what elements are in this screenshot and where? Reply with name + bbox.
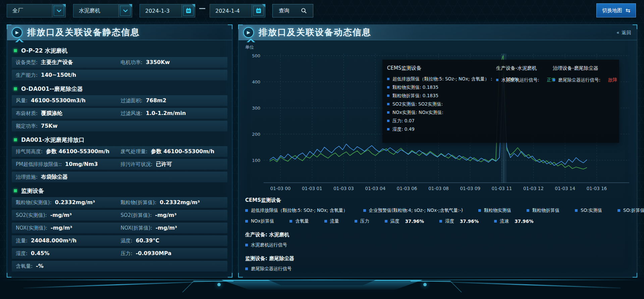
legend-square-icon (363, 209, 366, 212)
legend-item[interactable]: SO:折算值 (618, 207, 644, 214)
legend-square-icon (478, 209, 481, 212)
legend-square-icon (494, 220, 497, 223)
x-axis-tick-label: 01-03 09 (460, 186, 480, 191)
x-axis-tick-label: 01-03 00 (270, 186, 291, 191)
legend-item[interactable]: 水泥磨机运行信号 (245, 242, 631, 248)
info-label: 湿度: (16, 250, 28, 257)
legend-item[interactable]: 企业预警值(颗粒物:4; sOz-; NOx-;含氧气量:-) (363, 207, 463, 214)
legend-item-label: SO:折算值 (623, 207, 644, 214)
dynamic-line-chart[interactable]: 50040030020010001-03 0001-03 0101-03 030… (244, 50, 633, 191)
table-row: 排气筒高度:参数 46100-55300m/h废气处理量:参数 46100-55… (12, 146, 227, 157)
legend-item-label: NOx折算值 (251, 218, 274, 224)
info-label: 额定功率: (16, 123, 38, 129)
play-icon: ▶ (12, 27, 22, 38)
info-value: 主要生产设备 (41, 59, 73, 66)
switch-map-button[interactable]: 切换地图 ⇆ (596, 3, 636, 17)
plant-select-value: 全厂 (7, 7, 52, 14)
info-cell: 温度:60.39°C (121, 237, 223, 244)
x-axis-tick-label: 01-03 03 (333, 186, 354, 191)
table-row: 设备类型:主要生产设备电机功率:3350Kw (12, 57, 227, 68)
section-bullet-icon (14, 87, 17, 91)
legend-item-label: 超低排放限值（颗拉物:5: SOz-; NOx; 含氧量） (251, 207, 348, 214)
info-value: -mg/m³ (155, 212, 176, 218)
info-label: SO2(实测值): (16, 212, 47, 219)
back-link[interactable]: « 返回 (616, 30, 632, 36)
legend-item[interactable]: 湿度37.96% (439, 218, 479, 224)
legend-square-icon (324, 220, 327, 223)
legend-item[interactable]: 含氧量 (289, 218, 309, 224)
footer-decoration (0, 278, 644, 299)
legend-item[interactable]: NOx折算值 (245, 218, 274, 224)
section-title: 监测设备 (21, 187, 44, 195)
info-cell: 电机功率:3350Kw (121, 59, 223, 66)
legend-item-value: 37.96% (460, 219, 479, 224)
info-value: -0.0930MPa (136, 250, 171, 256)
section-header: 监测设备 (12, 184, 227, 197)
info-value: 1.0-1.2m/min (146, 110, 186, 116)
table-row: 布袋材质:覆膜涤纶过滤风速:1.0-1.2m/min (12, 108, 227, 119)
info-label: 风量: (16, 98, 28, 104)
info-label: 温度: (121, 238, 132, 244)
info-value: 140~150t/h (41, 72, 76, 78)
info-label: 压力: (121, 250, 132, 257)
legend-item-value: 37.96% (515, 219, 533, 224)
legend-item[interactable]: 磨尾除尘器运行信号 (245, 266, 631, 272)
legend-item-label: 水泥磨机运行信号 (251, 242, 287, 248)
date-range-separator (199, 8, 205, 9)
x-axis-tick-label: 01-03 04 (365, 186, 386, 191)
info-label: 废气处理量: (121, 148, 148, 155)
info-cell: 湿度:0.45% (16, 250, 121, 257)
table-row: 治理措施:布袋除尘器 (12, 172, 227, 182)
calendar-icon (181, 4, 195, 17)
y-axis-unit-label: 单位 (245, 44, 254, 50)
table-row: 湿度:0.45%压力:-0.0930MPa (12, 248, 227, 259)
y-axis-tick-label: 400 (252, 79, 260, 84)
switch-map-label: 切换地图 (602, 7, 622, 14)
top-toolbar: 全厂 水泥磨机 2024-1-3 2024-1-4 查询 切换地图 ⇆ (0, 0, 644, 19)
switch-arrows-icon: ⇆ (626, 7, 630, 14)
info-value: 0.45% (31, 250, 50, 256)
device-select-value: 水泥磨机 (73, 7, 118, 14)
legend-item[interactable]: 颗粒物实测值 (478, 207, 511, 214)
legend-item[interactable]: 超低排放限值（颗拉物:5: SOz-; NOx; 含氧量） (245, 207, 348, 214)
legend-item[interactable]: 压力 (355, 218, 369, 224)
legend-item[interactable]: SO:实测值 (575, 207, 602, 214)
static-info-list: O-P-22 水泥磨机设备类型:主要生产设备电机功率:3350Kw生产能力:14… (7, 40, 232, 272)
info-label: SO2(折算值): (121, 212, 152, 219)
legend-item[interactable]: 颗粒物折算值 (527, 207, 559, 214)
end-date-picker[interactable]: 2024-1-4 (210, 4, 265, 17)
legend-production-header: 生产设备: 水泥磨机 (245, 232, 631, 238)
info-cell: SO2(实测值):-mg/m³ (16, 212, 121, 219)
x-axis-tick-label: 01-03 16 (587, 186, 607, 191)
dynamic-info-panel: ▶ 排放口及关联设备动态信息 « 返回 单位 50040030020010001… (238, 24, 637, 278)
section-title: DA001-水泥磨尾排放口 (21, 136, 85, 144)
info-cell: 过滤面积:768m2 (121, 97, 223, 104)
info-cell: 额定功率:75Kw (16, 123, 121, 129)
table-row: 生产能力:140~150t/h (12, 70, 227, 80)
info-value: -% (36, 263, 44, 269)
legend-square-icon (245, 209, 248, 212)
info-value: 10mg/Nm3 (65, 161, 98, 167)
table-row: 流量:24048.000m³/h温度:60.39°C (12, 235, 227, 246)
chevron-down-icon (118, 4, 132, 17)
legend-item[interactable]: 温度37.96% (385, 218, 424, 224)
legend-item-label: 企业预警值(颗粒物:4; sOz-; NOx-;含氧气量:-) (369, 207, 463, 214)
info-cell: 压力:-0.0930MPa (121, 250, 223, 257)
dynamic-panel-header: ▶ 排放口及关联设备动态信息 « 返回 (238, 25, 637, 40)
legend-square-icon (245, 220, 248, 223)
plant-select[interactable]: 全厂 (7, 4, 66, 17)
info-cell: NOX(折算值):-mg/m³ (121, 225, 223, 231)
legend-item[interactable]: 流速37.96% (494, 218, 533, 224)
info-label: NOX(实测值): (16, 225, 47, 231)
section-header: O-P-22 水泥磨机 (12, 44, 227, 57)
start-date-picker[interactable]: 2024-1-3 (140, 4, 195, 17)
device-select[interactable]: 水泥磨机 (73, 4, 132, 17)
info-label: 电机功率: (121, 59, 143, 66)
end-date-value: 2024-1-4 (210, 8, 252, 14)
static-info-panel: ▶ 排放口及关联设备静态信息 O-P-22 水泥磨机设备类型:主要生产设备电机功… (7, 24, 232, 278)
legend-item[interactable]: 流量 (324, 218, 339, 224)
query-button[interactable]: 查询 (272, 4, 313, 17)
section-bullet-icon (14, 189, 17, 192)
static-panel-title: 排放口及关联设备静态信息 (27, 26, 140, 38)
legend-item-label: 湿度 (445, 218, 454, 224)
